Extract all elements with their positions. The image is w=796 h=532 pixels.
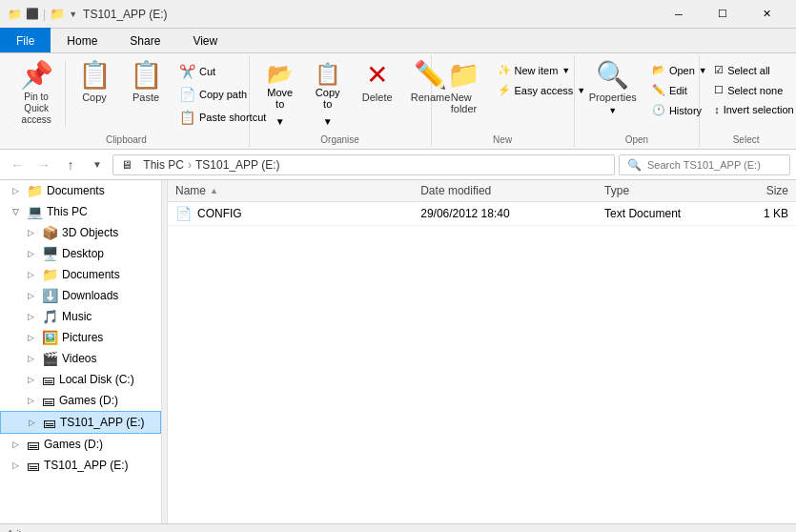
open-buttons: 🔍 Properties ▼ 📂 Open ▼ ✏️ Edit 🕐 Histor… [582, 57, 714, 131]
sidebar-label-d: Games (D:) [59, 394, 118, 407]
address-path[interactable]: 🖥 This PC › TS101_APP (E:) [112, 154, 615, 175]
crumb-ts101[interactable]: TS101_APP (E:) [195, 158, 280, 172]
header-name[interactable]: Name ▲ [175, 184, 420, 197]
sidebar-label-c: Local Disk (C:) [59, 373, 134, 386]
header-type-label: Type [604, 184, 629, 197]
separator: | [43, 8, 46, 21]
sidebar-item-documents2[interactable]: ▷ 📁 Documents [0, 264, 161, 285]
open-label: Open [625, 131, 648, 145]
select-none-button[interactable]: ☐ Select none [707, 81, 796, 99]
sidebar-item-downloads[interactable]: ▷ ⬇️ Downloads [0, 285, 161, 306]
delete-icon: ✕ [366, 62, 388, 89]
search-box[interactable]: 🔍 [619, 154, 790, 175]
select-none-icon: ☐ [714, 84, 724, 96]
file-name-cell: 📄 CONFIG [175, 206, 420, 221]
sidebar-item-videos[interactable]: ▷ 🎬 Videos [0, 348, 161, 369]
header-date-label: Date modified [420, 184, 491, 197]
organise-label: Organise [320, 131, 359, 145]
disk-d-icon: 🖴 [42, 393, 55, 408]
edit-label: Edit [669, 85, 687, 96]
pin-quick-access-button[interactable]: 📌 Pin to Quickaccess [11, 57, 61, 131]
address-bar: ← → ↑ ▼ 🖥 This PC › TS101_APP (E:) 🔍 [0, 150, 796, 180]
copy-to-dropdown[interactable]: ▼ [318, 114, 337, 129]
invert-selection-button[interactable]: ↕ Invert selection [707, 101, 796, 118]
quick-access-icon[interactable]: ⬛ [26, 8, 39, 20]
select-all-label: Select all [727, 65, 770, 76]
sidebar-item-3d-objects[interactable]: ▷ 📦 3D Objects [0, 222, 161, 243]
paste-shortcut-icon: 📋 [179, 110, 195, 125]
forward-button[interactable]: → [32, 153, 55, 176]
dropdown-arrow2: ▼ [323, 116, 333, 127]
recent-locations-button[interactable]: ▼ [86, 153, 109, 176]
copy-button[interactable]: 📋 Copy [70, 57, 119, 108]
divider [65, 61, 66, 127]
dropdown-arrow: ▼ [276, 116, 285, 127]
sidebar-label-pics: Pictures [62, 331, 103, 344]
properties-button[interactable]: 🔍 Properties ▼ [582, 57, 643, 120]
paste-icon: 📋 [130, 62, 163, 89]
sidebar-label-desktop: Desktop [62, 247, 104, 260]
header-name-label: Name [175, 184, 206, 197]
file-date: 29/06/2012 18:40 [420, 207, 509, 220]
copy-path-label: Copy path [199, 89, 247, 100]
pc-icon: 💻 [27, 204, 43, 219]
window-controls: ─ ☐ ✕ [657, 0, 788, 29]
tab-share[interactable]: Share [113, 28, 176, 52]
back-button[interactable]: ← [6, 153, 29, 176]
title-bar-icons: 📁 ⬛ | 📁 ▼ [8, 7, 77, 21]
tab-home[interactable]: Home [51, 28, 113, 52]
header-size[interactable]: Size [727, 184, 788, 197]
copy-to-button[interactable]: 📋 Copy to ▼ [305, 57, 351, 129]
search-input[interactable] [647, 159, 782, 171]
select-all-button[interactable]: ☑ Select all [707, 61, 796, 79]
sidebar-item-music[interactable]: ▷ 🎵 Music [0, 306, 161, 327]
window-title: TS101_APP (E:) [83, 8, 168, 21]
select-none-label: Select none [727, 85, 783, 96]
sidebar-item-ts101-app-e2[interactable]: ▷ 🖴 TS101_APP (E:) [0, 455, 161, 476]
tab-view[interactable]: View [176, 28, 234, 52]
move-dropdown[interactable]: ▼ [271, 114, 290, 129]
sidebar-item-local-disk-c[interactable]: ▷ 🖴 Local Disk (C:) [0, 369, 161, 390]
sidebar-item-pictures[interactable]: ▷ 🖼️ Pictures [0, 327, 161, 348]
table-row[interactable]: 📄 CONFIG 29/06/2012 18:40 Text Document … [168, 202, 796, 226]
sidebar-item-ts101-app-e[interactable]: ▷ 🖴 TS101_APP (E:) [0, 411, 161, 434]
move-to-button[interactable]: 📂 Move to ▼ [257, 57, 303, 129]
expand-icon-dl: ▷ [23, 288, 38, 303]
crumb-this-pc[interactable]: This PC [143, 158, 184, 172]
close-button[interactable]: ✕ [745, 0, 788, 29]
ribbon-group-clipboard: 📌 Pin to Quickaccess 📋 Copy 📋 Paste ✂️ C… [4, 55, 250, 147]
crumb-computer-icon: 🖥 [121, 158, 133, 172]
music-icon: 🎵 [42, 309, 58, 324]
up-button[interactable]: ↑ [59, 153, 82, 176]
sidebar-item-desktop[interactable]: ▷ 🖥️ Desktop [0, 243, 161, 264]
sidebar-label-3d: 3D Objects [62, 226, 118, 239]
expand-icon-d2: ▷ [8, 437, 23, 452]
copy-icon: 📋 [78, 62, 112, 89]
sidebar-item-games-d[interactable]: ▷ 🖴 Games (D:) [0, 390, 161, 411]
expand-icon-c: ▷ [23, 372, 38, 387]
tab-file[interactable]: File [0, 28, 51, 52]
maximize-button[interactable]: ☐ [701, 0, 745, 29]
new-folder-button[interactable]: 📁 Newfolder [439, 57, 489, 119]
organise-buttons: 📂 Move to ▼ 📋 Copy to ▼ ✕ Delete ✏️ [257, 57, 458, 131]
pin-label: Pin to Quickaccess [18, 92, 54, 126]
header-type[interactable]: Type [604, 184, 727, 197]
sidebar-label-e2: TS101_APP (E:) [44, 459, 129, 472]
dropdown-arrow[interactable]: ▼ [69, 10, 77, 19]
sidebar-label-dl: Downloads [62, 289, 118, 302]
header-date[interactable]: Date modified [420, 184, 604, 197]
sidebar-item-documents[interactable]: ▷ 📁 Documents [0, 180, 161, 201]
file-size-cell: 1 KB [727, 207, 788, 220]
file-size: 1 KB [764, 207, 788, 220]
copy-path-icon: 📄 [179, 87, 195, 102]
file-type-cell: Text Document [604, 207, 727, 220]
delete-button[interactable]: ✕ Delete [353, 57, 402, 108]
paste-button[interactable]: 📋 Paste [121, 57, 171, 108]
ribbon-group-organise: 📂 Move to ▼ 📋 Copy to ▼ ✕ Delete ✏️ [250, 55, 432, 147]
sidebar-item-games-d2[interactable]: ▷ 🖴 Games (D:) [0, 434, 161, 455]
select-col: ☑ Select all ☐ Select none ↕ Invert sele… [707, 57, 796, 118]
minimize-button[interactable]: ─ [657, 0, 701, 29]
sidebar-item-this-pc[interactable]: ▽ 💻 This PC [0, 201, 161, 222]
expand-icon-pics: ▷ [23, 330, 38, 345]
separator1 [136, 158, 139, 172]
